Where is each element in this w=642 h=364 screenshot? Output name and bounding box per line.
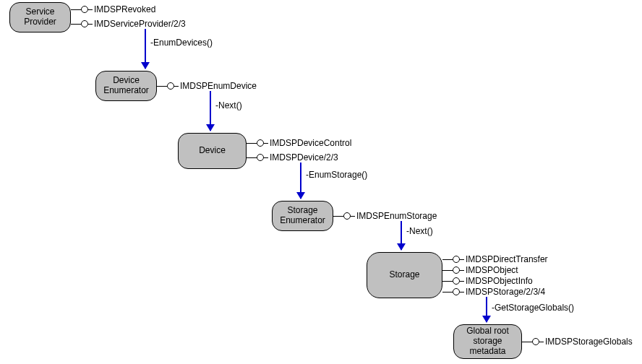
- interface-imdspdevice: IMDSPDevice/2/3: [247, 153, 338, 162]
- lollipop-icon: [343, 212, 351, 220]
- lollipop-icon: [81, 6, 88, 13]
- interface-imdspobject-label: IMDSPObject: [466, 265, 518, 275]
- lollipop-icon: [453, 266, 460, 274]
- arrow-next-2-label: -Next(): [406, 226, 433, 236]
- arrow-getstorageglobals-label: -GetStorageGlobals(): [492, 303, 574, 313]
- node-device-enumerator: DeviceEnumerator: [95, 71, 157, 101]
- lollipop-icon: [453, 288, 460, 295]
- lollipop-icon: [257, 154, 264, 161]
- interface-imdspenumstorage: IMDSPEnumStorage: [333, 212, 437, 220]
- interface-imdspdirecttransfer-label: IMDSPDirectTransfer: [466, 254, 548, 264]
- node-device: Device: [178, 133, 247, 169]
- node-device-enumerator-label: DeviceEnumerator: [103, 76, 149, 96]
- interface-imdspenumdevice: IMDSPEnumDevice: [157, 82, 257, 90]
- node-global-root-label: Global rootstoragemetadata: [466, 326, 509, 356]
- lollipop-icon: [81, 20, 88, 27]
- arrow-enumstorage-label: -EnumStorage(): [306, 170, 367, 180]
- arrow-next-2: [401, 221, 402, 250]
- node-storage-enumerator-label: StorageEnumerator: [280, 206, 325, 226]
- interface-imdserviceprovider-label: IMDServiceProvider/2/3: [94, 19, 186, 29]
- arrow-enumdevices-label: -EnumDevices(): [150, 38, 213, 48]
- interface-imdspdirecttransfer: IMDSPDirectTransfer: [442, 255, 548, 264]
- arrow-next-1: [210, 91, 211, 131]
- interface-imdspenumdevice-label: IMDSPEnumDevice: [180, 81, 257, 91]
- lollipop-icon: [167, 82, 174, 90]
- arrow-next-1-label: -Next(): [215, 100, 242, 110]
- interface-imdserviceprovider: IMDServiceProvider/2/3: [71, 20, 186, 28]
- interface-imdspdevice-label: IMDSPDevice/2/3: [270, 152, 338, 162]
- arrow-enumdevices: [145, 29, 146, 69]
- node-storage-label: Storage: [389, 270, 419, 280]
- interface-imdsprevoked-label: IMDSPRevoked: [94, 4, 155, 14]
- interface-imdspenumstorage-label: IMDSPEnumStorage: [356, 211, 437, 221]
- interface-imdspdevicecontrol: IMDSPDeviceControl: [247, 139, 351, 147]
- interface-imdsprevoked: IMDSPRevoked: [71, 5, 155, 14]
- interface-imdspobjectinfo: IMDSPObjectInfo: [442, 277, 533, 285]
- node-global-root: Global rootstoragemetadata: [453, 324, 522, 359]
- arrow-enumstorage: [300, 162, 301, 199]
- lollipop-icon: [453, 277, 460, 285]
- node-storage: Storage: [367, 252, 442, 298]
- interface-imdspstorage: IMDSPStorage/2/3/4: [442, 287, 545, 296]
- interface-imdspstorage-label: IMDSPStorage/2/3/4: [466, 287, 545, 297]
- node-device-label: Device: [199, 146, 226, 156]
- diagram-stage: ServiceProvider IMDSPRevoked IMDServiceP…: [0, 0, 642, 364]
- arrow-getstorageglobals: [486, 297, 487, 322]
- interface-imdspobject: IMDSPObject: [442, 266, 518, 274]
- node-service-provider: ServiceProvider: [9, 2, 71, 32]
- lollipop-icon: [532, 338, 539, 345]
- node-service-provider-label: ServiceProvider: [24, 7, 56, 27]
- node-storage-enumerator: StorageEnumerator: [272, 201, 333, 231]
- interface-imdspstorageglobals: IMDSPStorageGlobals: [522, 337, 633, 346]
- lollipop-icon: [453, 256, 460, 263]
- interface-imdspdevicecontrol-label: IMDSPDeviceControl: [270, 138, 351, 148]
- lollipop-icon: [257, 139, 264, 147]
- interface-imdspobjectinfo-label: IMDSPObjectInfo: [466, 276, 533, 286]
- interface-imdspstorageglobals-label: IMDSPStorageGlobals: [545, 337, 633, 347]
